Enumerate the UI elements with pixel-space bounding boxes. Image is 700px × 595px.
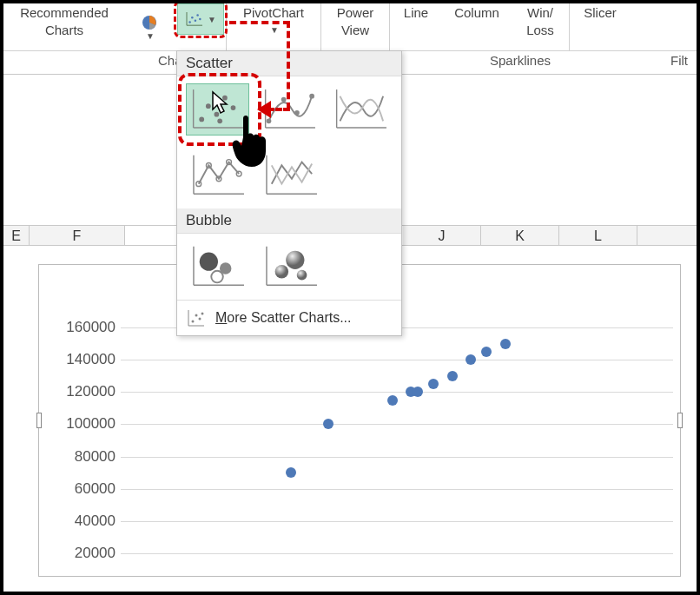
bubble-3d-option[interactable]	[259, 241, 323, 293]
gridline	[121, 392, 673, 393]
svg-point-14	[217, 119, 222, 124]
svg-point-40	[286, 251, 304, 269]
data-point[interactable]	[413, 387, 423, 397]
bubble-section-label: Bubble	[177, 208, 401, 234]
svg-point-7	[199, 18, 201, 21]
ribbon: Recommended Charts ▼ PivotChart ▼ Power …	[3, 3, 697, 51]
data-point[interactable]	[447, 371, 458, 381]
sparkline-winloss-button[interactable]: Win/ Loss	[512, 3, 569, 50]
chevron-down-icon: ▼	[146, 31, 155, 41]
sparkline-column-label: Column	[454, 3, 499, 21]
chart-plot-area: 2000040000600008000010000012000014000016…	[121, 327, 673, 553]
gridline	[121, 424, 673, 425]
chart-resize-handle-left[interactable]	[36, 413, 42, 428]
gridline	[121, 521, 673, 522]
sparklines-group-label: Sparklines	[490, 53, 551, 68]
col-E[interactable]: E	[3, 226, 30, 245]
bubble-3d-icon	[260, 241, 322, 292]
svg-point-21	[309, 94, 314, 99]
chevron-down-icon: ▼	[208, 15, 216, 24]
scatter-mini-icon	[186, 307, 207, 328]
y-axis-tick-label: 160000	[66, 319, 116, 336]
annotation-arrow-seg1	[229, 21, 290, 24]
slicer-label: Slicer	[584, 3, 617, 21]
power-label-2: View	[341, 21, 369, 38]
svg-point-45	[192, 321, 195, 323]
svg-point-48	[201, 313, 204, 315]
bubble-options-row	[177, 234, 401, 300]
scatter-smooth-lines-option[interactable]	[329, 83, 393, 136]
scatter-chart-dropdown-button[interactable]: ▼	[177, 3, 224, 35]
sparkline-line-label: Line	[404, 3, 428, 21]
y-axis-tick-label: 60000	[75, 480, 116, 498]
y-axis-tick-label: 40000	[75, 512, 116, 530]
power-view-button[interactable]: Power View	[321, 3, 389, 50]
bubble-2d-icon	[187, 241, 249, 292]
svg-point-6	[196, 14, 199, 17]
scatter-options-row-2	[177, 142, 401, 208]
svg-point-4	[191, 17, 194, 19]
sparkline-column-button[interactable]: Column	[442, 3, 512, 50]
svg-point-3	[188, 21, 191, 23]
scatter-smooth-lines-icon	[330, 84, 392, 135]
y-axis-tick-label: 140000	[66, 351, 116, 368]
recommended-label-2: Charts	[45, 21, 83, 38]
pie-chart-button[interactable]: ▼	[125, 3, 174, 50]
col-F[interactable]: F	[30, 226, 125, 245]
pointing-hand-icon	[226, 111, 278, 172]
col-J[interactable]: J	[403, 226, 481, 245]
bubble-2d-option[interactable]	[186, 241, 250, 293]
data-point[interactable]	[481, 347, 492, 357]
y-axis-tick-label: 100000	[66, 415, 116, 433]
data-point[interactable]	[323, 419, 333, 429]
gridline	[121, 489, 673, 490]
slicer-button[interactable]: Slicer	[570, 3, 631, 50]
recommended-charts-button[interactable]: Recommended Charts	[3, 3, 125, 50]
col-L[interactable]: L	[559, 226, 637, 245]
gridline	[121, 360, 673, 360]
y-axis-tick-label: 120000	[66, 383, 116, 400]
chevron-down-icon: ▼	[270, 25, 279, 35]
data-point[interactable]	[286, 467, 296, 478]
y-axis-tick-label: 20000	[75, 545, 116, 562]
y-axis-tick-label: 80000	[75, 448, 116, 466]
data-point[interactable]	[500, 339, 511, 349]
pie-chart-icon	[141, 14, 158, 31]
svg-point-37	[211, 271, 223, 283]
svg-point-47	[199, 318, 201, 321]
gridline	[121, 457, 673, 458]
more-scatter-charts-item[interactable]: More Scatter Charts...	[177, 300, 401, 335]
svg-point-5	[195, 20, 197, 23]
svg-point-35	[200, 253, 218, 271]
svg-point-20	[294, 110, 300, 116]
svg-point-41	[275, 265, 288, 278]
pivotchart-label: PivotChart	[243, 3, 304, 21]
winloss-label-1: Win/	[527, 3, 553, 21]
gridline	[121, 553, 673, 554]
app-frame: Recommended Charts ▼ PivotChart ▼ Power …	[0, 0, 700, 595]
filters-group-label: Filt	[670, 53, 688, 68]
col-K[interactable]: K	[481, 226, 559, 245]
svg-point-30	[236, 171, 241, 176]
pivotchart-button[interactable]: PivotChart ▼	[227, 3, 320, 50]
data-point[interactable]	[466, 354, 476, 365]
more-scatter-label: More Scatter Charts...	[215, 310, 352, 326]
data-point[interactable]	[387, 395, 398, 406]
svg-point-10	[199, 117, 204, 122]
svg-point-19	[281, 97, 286, 102]
scatter-icon	[185, 11, 204, 27]
annotation-arrow-seg2	[287, 21, 290, 109]
data-point[interactable]	[428, 379, 439, 389]
svg-point-46	[195, 314, 198, 317]
chart-resize-handle-right[interactable]	[677, 413, 683, 428]
svg-point-42	[297, 270, 307, 281]
power-label-1: Power	[337, 3, 374, 21]
sparkline-line-button[interactable]: Line	[390, 3, 442, 50]
recommended-label-1: Recommended	[20, 3, 109, 21]
winloss-label-2: Loss	[526, 21, 554, 38]
